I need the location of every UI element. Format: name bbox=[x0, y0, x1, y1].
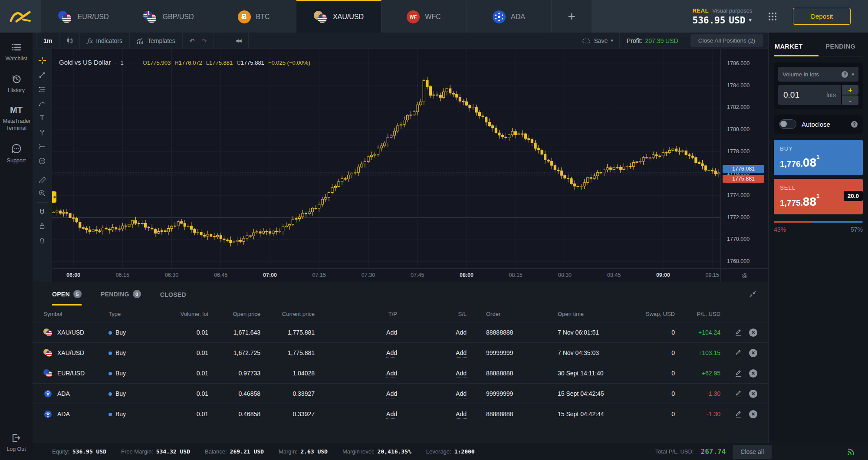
buy-button[interactable]: BUY 1,776.081 bbox=[774, 140, 863, 175]
volume-increase-button[interactable]: + bbox=[842, 85, 858, 95]
account-summary[interactable]: REAL Visual purposes 536.95 USD ▼ bbox=[692, 7, 752, 26]
zoom-in-tool[interactable] bbox=[33, 186, 52, 200]
sidebar-item-support[interactable]: Support bbox=[7, 143, 26, 164]
tab-gbpusd[interactable]: GBP/USD bbox=[126, 0, 211, 33]
parallel-channel-tool[interactable] bbox=[33, 82, 52, 96]
tab-open[interactable]: OPEN 5 bbox=[52, 290, 82, 306]
close-position-button[interactable]: × bbox=[749, 329, 757, 337]
pitchfork-tool[interactable] bbox=[33, 125, 52, 139]
volume-mode-dropdown[interactable]: Volume in lots ? ▾ bbox=[778, 67, 858, 82]
sl-add-link[interactable]: Add bbox=[456, 329, 467, 337]
sl-add-link[interactable]: Add bbox=[456, 370, 467, 378]
help-icon[interactable]: ? bbox=[842, 71, 848, 78]
close-all-button[interactable]: Close all bbox=[733, 445, 772, 459]
price-axis[interactable]: 1776.081 1775.881 1786.0001784.0001782.0… bbox=[721, 49, 768, 268]
close-all-positions-button[interactable]: Close All Positions (2) bbox=[690, 34, 763, 47]
edit-position-button[interactable] bbox=[736, 329, 741, 336]
collapse-drawing-panel-handle[interactable]: ◀ bbox=[52, 191, 56, 203]
collapse-panel-button[interactable] bbox=[749, 291, 756, 298]
account-note: Visual purposes bbox=[712, 7, 752, 14]
tab-xauusd-active[interactable]: XAU/USD bbox=[296, 0, 381, 33]
chart-type-button[interactable] bbox=[59, 33, 80, 49]
price-tick-label: 1768.000 bbox=[727, 258, 750, 264]
position-current-price: 1,775.881 bbox=[260, 329, 315, 336]
autoclose-toggle[interactable] bbox=[779, 119, 796, 129]
candlestick-chart[interactable]: Gold vs US Dollar · 1 O1775.903 H1776.07… bbox=[52, 49, 720, 268]
timeframe-button[interactable]: 1m bbox=[36, 33, 59, 49]
lock-icon bbox=[39, 223, 46, 230]
help-icon[interactable]: ? bbox=[851, 121, 858, 128]
sl-add-link[interactable]: Add bbox=[456, 411, 467, 419]
volume-input[interactable] bbox=[783, 90, 814, 100]
horizontal-line-tool[interactable] bbox=[33, 139, 52, 154]
apps-grid-icon[interactable] bbox=[769, 13, 770, 14]
tab-market[interactable]: MARKET bbox=[774, 37, 819, 56]
position-order-id: 88888888 bbox=[467, 411, 542, 417]
sidebar-item-logout[interactable]: Log Out bbox=[7, 433, 26, 453]
volume-widget: Volume in lots ? ▾ lots + - bbox=[774, 62, 863, 109]
exness-logo[interactable] bbox=[0, 0, 41, 33]
remove-drawings-tool[interactable] bbox=[33, 233, 52, 247]
deposit-button[interactable]: Deposit bbox=[793, 8, 851, 25]
volume-decrease-button[interactable]: - bbox=[842, 95, 858, 105]
tab-pending[interactable]: PENDING 0 bbox=[101, 290, 141, 306]
close-position-button[interactable]: × bbox=[749, 349, 757, 357]
scroll-back-button[interactable]: ◀◀ bbox=[228, 33, 248, 49]
volume-unit-label: lots bbox=[826, 92, 836, 99]
column-header: Volume, lot bbox=[156, 311, 208, 317]
tab-pending-order[interactable]: PENDING bbox=[819, 37, 863, 56]
edit-position-button[interactable] bbox=[736, 370, 741, 377]
column-header: Current price bbox=[260, 311, 315, 317]
tab-eurusd[interactable]: EUR/USD bbox=[41, 0, 126, 33]
sl-add-link[interactable]: Add bbox=[456, 349, 467, 358]
measure-tool[interactable] bbox=[33, 172, 52, 186]
templates-button[interactable]: Templates bbox=[130, 33, 183, 49]
brush-tool[interactable] bbox=[33, 96, 52, 111]
tab-ada[interactable]: ADA bbox=[467, 0, 552, 33]
trendline-tool[interactable] bbox=[33, 68, 52, 82]
lock-drawings-tool[interactable] bbox=[33, 219, 52, 233]
close-position-button[interactable]: × bbox=[749, 390, 757, 398]
undo-icon[interactable]: ↶ bbox=[190, 37, 195, 44]
emoji-tool[interactable] bbox=[33, 154, 52, 168]
tp-add-link[interactable]: Add bbox=[386, 390, 397, 398]
sidebar-item-metatrader[interactable]: MT MetaTrader Terminal bbox=[3, 105, 30, 131]
tab-closed[interactable]: CLOSED bbox=[160, 291, 186, 306]
xauusd-pair-icon bbox=[314, 10, 328, 23]
tp-add-link[interactable]: Add bbox=[386, 370, 397, 378]
position-open-time: 7 Nov 06:01:51 bbox=[542, 329, 642, 336]
time-axis[interactable]: 06:0006:1506:3006:4507:0007:1507:3007:45… bbox=[52, 268, 720, 282]
add-instrument-button[interactable]: + bbox=[552, 0, 592, 33]
redo-icon[interactable]: ↷ bbox=[202, 37, 207, 44]
instrument-tabs: EUR/USD GBP/USD Ƀ BTC XAU/USD WF WFC ADA… bbox=[41, 0, 592, 33]
tp-add-link[interactable]: Add bbox=[386, 349, 397, 358]
zoom-in-icon bbox=[39, 190, 46, 197]
sl-add-link[interactable]: Add bbox=[456, 390, 467, 398]
tp-add-link[interactable]: Add bbox=[386, 411, 397, 419]
sidebar-label: Support bbox=[7, 158, 26, 164]
chevron-down-icon: ▼ bbox=[749, 17, 752, 23]
tp-add-link[interactable]: Add bbox=[386, 329, 397, 337]
indicators-button[interactable]: ƒx Indicators bbox=[80, 33, 130, 49]
magnet-tool[interactable] bbox=[33, 204, 52, 219]
order-panel: MARKET PENDING Volume in lots ? ▾ lots bbox=[768, 33, 868, 443]
position-type: Buy bbox=[108, 411, 156, 417]
crosshair-tool[interactable] bbox=[33, 53, 52, 68]
time-tick-label: 08:00 bbox=[454, 272, 480, 278]
save-layout-button[interactable]: Save ▾ bbox=[576, 37, 619, 44]
edit-position-button[interactable] bbox=[736, 390, 741, 397]
gear-icon[interactable] bbox=[741, 272, 748, 279]
tab-btc[interactable]: Ƀ BTC bbox=[211, 0, 296, 33]
close-position-button[interactable]: × bbox=[749, 410, 757, 418]
sidebar-label: History bbox=[8, 87, 25, 94]
tab-wfc[interactable]: WF WFC bbox=[381, 0, 467, 33]
text-tool[interactable]: T bbox=[33, 111, 52, 125]
sidebar-item-watchlist[interactable]: Watchlist bbox=[5, 42, 27, 62]
chart-legend: Gold vs US Dollar · 1 O1775.903 H1776.07… bbox=[59, 59, 310, 66]
time-tick-label: 07:45 bbox=[404, 272, 431, 278]
edit-position-button[interactable] bbox=[736, 349, 741, 356]
close-position-button[interactable]: × bbox=[749, 369, 757, 378]
edit-position-button[interactable] bbox=[736, 411, 741, 417]
account-type-badge: REAL bbox=[692, 7, 708, 14]
sidebar-item-history[interactable]: History bbox=[8, 74, 25, 94]
